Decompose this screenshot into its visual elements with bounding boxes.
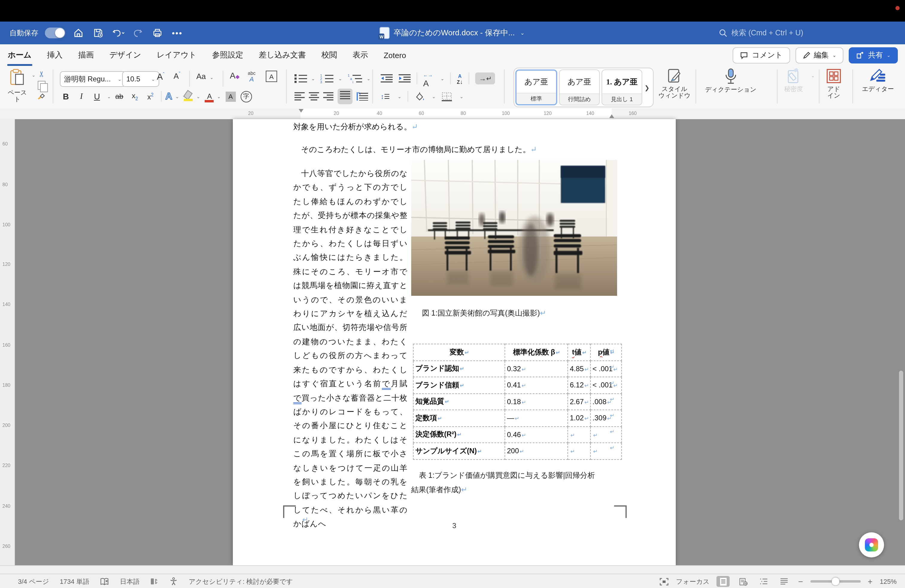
align-right-icon[interactable] (323, 92, 333, 100)
vertical-ruler[interactable]: 60 80 100 120 140 160 180 200 220 240 26… (0, 119, 15, 565)
cut-icon[interactable]: ✂ (37, 71, 46, 77)
document-page[interactable]: 対象を用いた分析が求められる。↵ そのころわたくしは、モリーオ市の博物局に勤めて… (233, 119, 676, 565)
decrease-indent-icon[interactable] (381, 74, 393, 83)
style-no-spacing[interactable]: あア亜 行間詰め (559, 70, 600, 105)
accessibility-status[interactable]: アクセシビリティ: 検討が必要です (189, 577, 293, 586)
web-layout-view-button[interactable] (737, 576, 750, 587)
body-text-column[interactable]: 十八等官でしたから役所のなかでも、ずうっと下の方でしたし俸給もほんのわずかでした… (293, 167, 408, 531)
chevron-down-icon[interactable]: ⌄ (30, 68, 36, 79)
tab-layout[interactable]: レイアウト (156, 49, 197, 62)
styles-gallery-expand-icon[interactable]: ❯ (642, 68, 652, 106)
table-caption-line1[interactable]: 表·1:ブランド価値が購買意図に与える影響|回帰分析 (419, 470, 595, 481)
accessibility-icon[interactable] (170, 577, 178, 586)
clear-formatting-icon[interactable]: A◆ (230, 71, 240, 80)
highlight-color-icon[interactable] (184, 92, 193, 101)
tab-insert[interactable]: 挿入 (46, 49, 63, 62)
vertical-scrollbar-thumb[interactable] (899, 371, 903, 520)
right-indent-marker[interactable] (609, 114, 614, 118)
addins-button[interactable]: アドイン (826, 68, 841, 99)
bullets-icon[interactable] (294, 74, 308, 83)
share-button[interactable]: 共有⌄ (849, 47, 898, 64)
copilot-button[interactable] (859, 532, 884, 558)
zoom-slider-knob[interactable] (831, 577, 839, 585)
subscript-icon[interactable]: x2 (128, 92, 142, 102)
language-indicator[interactable]: 日本語 (120, 577, 140, 586)
underline-chevron[interactable]: ⌄ (107, 94, 111, 99)
regression-table[interactable]: 変数↵ 標準化係数·β↵ t値↵ p値↵ ブランド認知↵ 0.32↵ 4.85↵… (413, 344, 622, 459)
tab-draw[interactable]: 描画 (78, 49, 94, 62)
editing-button[interactable]: 編集⌄ (795, 47, 843, 64)
strikethrough-icon[interactable]: ab (112, 92, 127, 100)
italic-icon[interactable]: I (74, 92, 89, 101)
numbering-icon[interactable]: 123 (321, 74, 335, 83)
formatting-marks-icon[interactable]: →↵ (475, 72, 495, 84)
body-paragraph-1[interactable]: 対象を用いた分析が求められる。↵ (293, 120, 612, 134)
distribute-icon[interactable] (357, 92, 368, 100)
paste-button[interactable]: ペースト (6, 69, 29, 102)
table-caption-line2[interactable]: 結果(筆者作成)↵ (411, 485, 467, 495)
figure-caption[interactable]: 図·1:国立新美術館の写真(奥山撮影)↵ (422, 308, 546, 319)
word-count[interactable]: 1734 単語 (60, 577, 89, 586)
grow-font-icon[interactable]: Aˆ (157, 71, 164, 81)
tab-zotero[interactable]: Zotero (383, 49, 407, 61)
print-layout-view-button[interactable] (717, 576, 730, 587)
style-normal[interactable]: あア亜 標準 (515, 70, 557, 105)
search-box[interactable]: 検索 (Cmd + Ctrl + U) (719, 22, 803, 44)
focus-mode-icon[interactable] (660, 577, 669, 585)
multilevel-list-icon[interactable]: 1ai (348, 74, 363, 83)
styles-pane-button[interactable]: スタイルウィンドウ (658, 68, 691, 99)
undo-icon[interactable] (111, 26, 124, 40)
horizontal-ruler[interactable]: 20 20 40 60 80 100 120 140 160 (0, 108, 905, 120)
dictation-button[interactable]: ディクテーション (705, 68, 756, 93)
comments-button[interactable]: コメント (733, 47, 790, 64)
zoom-slider[interactable] (810, 580, 861, 583)
first-line-indent-marker[interactable] (298, 109, 303, 113)
title-chevron-icon[interactable]: ⌄ (520, 30, 525, 36)
text-direction-icon[interactable] (151, 577, 159, 586)
figure-image-cafe-photo[interactable] (411, 160, 617, 296)
tab-review[interactable]: 校閲 (321, 49, 338, 62)
enclose-characters-icon[interactable]: 字 (241, 91, 252, 102)
autosave-toggle[interactable] (45, 27, 65, 38)
superscript-icon[interactable]: x2 (143, 92, 158, 101)
print-icon[interactable] (151, 26, 164, 40)
bold-icon[interactable]: B (59, 92, 73, 101)
shrink-font-icon[interactable]: Aˇ (173, 71, 181, 81)
tab-design[interactable]: デザイン (109, 49, 141, 62)
font-name-combo[interactable]: 游明朝 Regu...⌄ (60, 71, 126, 87)
save-icon[interactable] (92, 26, 105, 40)
change-case-icon[interactable]: Aa ⌄ (196, 72, 214, 81)
increase-indent-icon[interactable] (399, 74, 411, 83)
shading-bucket-icon[interactable] (414, 92, 424, 101)
tab-home[interactable]: ホーム (7, 49, 32, 62)
copy-icon[interactable] (37, 81, 45, 90)
tab-references[interactable]: 参照設定 (211, 49, 244, 62)
borders-icon[interactable] (442, 92, 452, 101)
style-heading1[interactable]: 1. あア亜 見出し 1 (602, 70, 642, 105)
format-painter-icon[interactable] (37, 92, 46, 99)
tab-view[interactable]: 表示 (352, 49, 369, 62)
enclose-border-icon[interactable]: A (266, 71, 277, 82)
zoom-out-icon[interactable]: − (798, 577, 803, 586)
font-size-combo[interactable]: 10.5⌄ (122, 71, 159, 87)
justify-icon[interactable] (338, 89, 352, 104)
horizontal-scrollbar[interactable] (0, 565, 905, 574)
home-icon[interactable] (72, 26, 85, 40)
numbering-chevron[interactable]: ⌄ (338, 76, 342, 81)
body-paragraph-2[interactable]: そのころわたくしは、モリーオ市の博物局に勤めて居りました。↵ (301, 143, 619, 157)
text-effects-icon[interactable]: A (165, 91, 172, 102)
editor-button[interactable]: エディター (862, 68, 894, 92)
outline-view-button[interactable] (757, 576, 771, 587)
align-left-icon[interactable] (294, 92, 305, 100)
phonetic-guide-icon[interactable]: abcA (248, 70, 256, 81)
line-spacing-icon[interactable]: ↕☰ (381, 92, 390, 100)
more-icon[interactable]: ••• (171, 26, 184, 40)
underline-icon[interactable]: U (90, 92, 104, 101)
zoom-percentage[interactable]: 125% (880, 578, 897, 585)
multilevel-chevron[interactable]: ⌄ (367, 76, 370, 81)
align-center-icon[interactable] (309, 92, 319, 100)
bullets-chevron[interactable]: ⌄ (311, 76, 315, 81)
font-color-icon[interactable]: A (205, 91, 214, 102)
tab-mailings[interactable]: 差し込み文書 (258, 49, 306, 62)
page-count[interactable]: 3/4 ページ (18, 577, 49, 586)
